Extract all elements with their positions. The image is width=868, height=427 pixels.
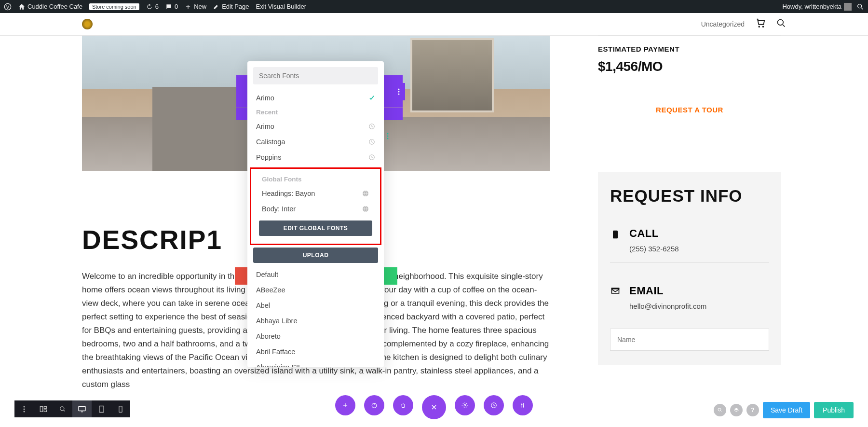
estimated-payment-value: $1,456/MO (598, 59, 781, 74)
font-option[interactable]: ABeeZee (247, 282, 384, 298)
svg-rect-25 (79, 406, 85, 411)
phone-view-icon[interactable] (111, 400, 130, 417)
font-option[interactable]: Default (247, 267, 384, 282)
module-handle-left[interactable] (235, 267, 248, 285)
edit-page-link[interactable]: Edit Page (213, 3, 249, 10)
email-value: hello@divinonprofit.com (629, 302, 706, 310)
svg-point-2 (759, 26, 760, 27)
font-option-selected[interactable]: Arimo (247, 90, 384, 106)
clock-icon (368, 123, 375, 130)
svg-point-8 (398, 91, 400, 92)
svg-point-7 (398, 88, 400, 90)
svg-point-3 (763, 26, 764, 27)
svg-point-19 (24, 408, 25, 410)
svg-point-33 (718, 408, 721, 411)
clock-icon (368, 154, 375, 161)
bottom-left-toolbar (14, 400, 130, 417)
avatar (844, 3, 852, 11)
font-option[interactable]: Aboreto (247, 329, 384, 344)
email-title: EMAIL (629, 285, 706, 297)
save-draft-button[interactable]: Save Draft (763, 402, 810, 418)
layers-icon[interactable] (730, 404, 743, 416)
svg-rect-27 (119, 406, 122, 412)
font-search-input[interactable] (253, 67, 378, 84)
name-input[interactable] (610, 329, 769, 351)
svg-point-12 (387, 138, 389, 139)
wp-logo-icon[interactable] (4, 3, 12, 11)
edit-global-fonts-button[interactable]: EDIT GLOBAL FONTS (259, 220, 372, 236)
site-logo[interactable] (82, 19, 93, 29)
font-option[interactable]: Calistoga (247, 134, 384, 150)
svg-point-20 (24, 411, 25, 412)
global-fonts-label: Global Fonts (253, 173, 378, 186)
clock-icon (368, 138, 375, 145)
wireframe-icon[interactable] (34, 400, 53, 417)
publish-button[interactable]: Publish (814, 402, 854, 418)
add-button[interactable] (335, 395, 355, 415)
new-link[interactable]: New (185, 3, 206, 10)
updates-link[interactable]: 6 (146, 3, 159, 10)
exit-visual-builder-link[interactable]: Exit Visual Builder (256, 3, 307, 10)
comments-link[interactable]: 0 (165, 3, 178, 10)
svg-point-9 (398, 93, 400, 95)
font-option[interactable]: Abel (247, 298, 384, 313)
wp-admin-bar: Cuddle Coffee Cafe Store coming soon 6 0… (0, 0, 868, 13)
bottom-center-toolbar (335, 395, 533, 419)
svg-point-10 (387, 133, 389, 135)
site-name-link[interactable]: Cuddle Coffee Cafe (18, 3, 82, 10)
recent-section-label: Recent (247, 106, 384, 119)
svg-point-1 (858, 4, 862, 8)
request-info-panel: REQUEST INFO CALL (255) 352-6258 EMAIL h… (598, 172, 781, 365)
filters-button[interactable] (513, 395, 533, 415)
tablet-view-icon[interactable] (92, 400, 111, 417)
howdy-user[interactable]: Howdy, writtenbyekta (782, 3, 852, 11)
svg-point-32 (523, 406, 524, 407)
estimated-payment-label: ESTIMATED PAYMENT (598, 45, 781, 53)
svg-point-31 (521, 404, 522, 405)
help-icon[interactable]: ? (746, 404, 759, 416)
font-picker-dropdown: Arimo Recent Arimo Calistoga Poppins Glo… (247, 61, 384, 367)
trash-button[interactable] (393, 395, 413, 415)
svg-point-18 (24, 406, 25, 407)
zoom-icon[interactable] (53, 400, 72, 417)
global-font-body[interactable]: Body: Inter (253, 201, 378, 217)
svg-point-11 (387, 136, 389, 137)
history-button[interactable] (484, 395, 504, 415)
more-menu-icon[interactable] (14, 400, 34, 417)
svg-point-4 (778, 20, 784, 26)
font-option[interactable]: Arimo (247, 119, 384, 134)
bottom-right-toolbar: ? Save Draft Publish (714, 402, 854, 418)
search-icon[interactable] (776, 18, 786, 30)
request-tour-button[interactable]: REQUEST A TOUR (598, 106, 781, 114)
svg-rect-23 (44, 410, 46, 412)
global-font-headings[interactable]: Headings: Bayon (253, 186, 378, 201)
svg-rect-22 (44, 406, 46, 408)
global-fonts-highlight: Global Fonts Headings: Bayon Body: Inter… (251, 169, 380, 244)
svg-rect-5 (613, 231, 618, 239)
store-status-badge[interactable]: Store coming soon (89, 3, 139, 10)
cart-icon[interactable] (755, 18, 766, 30)
request-info-title: REQUEST INFO (610, 186, 769, 206)
globe-icon (362, 205, 369, 213)
upload-font-button[interactable]: UPLOAD (253, 248, 378, 263)
desktop-view-icon[interactable] (72, 400, 92, 417)
nav-uncategorized[interactable]: Uncategorized (701, 20, 745, 28)
close-button[interactable] (422, 395, 446, 419)
svg-rect-21 (40, 406, 42, 412)
preview-icon[interactable] (714, 404, 726, 416)
call-title: CALL (629, 227, 679, 240)
svg-rect-6 (611, 288, 620, 289)
phone-icon (610, 227, 621, 253)
row-menu-icon[interactable] (383, 130, 392, 142)
font-option[interactable]: Abril Fatface (247, 344, 384, 359)
font-option[interactable]: Abyssinica SIL (247, 359, 384, 367)
font-option[interactable]: Poppins (247, 150, 384, 165)
call-value: (255) 352-6258 (629, 245, 679, 253)
module-menu-icon[interactable] (393, 83, 405, 100)
site-header: Uncategorized (0, 13, 868, 36)
svg-rect-26 (99, 406, 103, 412)
settings-button[interactable] (455, 395, 475, 415)
font-option[interactable]: Abhaya Libre (247, 313, 384, 329)
search-icon[interactable] (856, 3, 864, 11)
power-button[interactable] (364, 395, 384, 415)
